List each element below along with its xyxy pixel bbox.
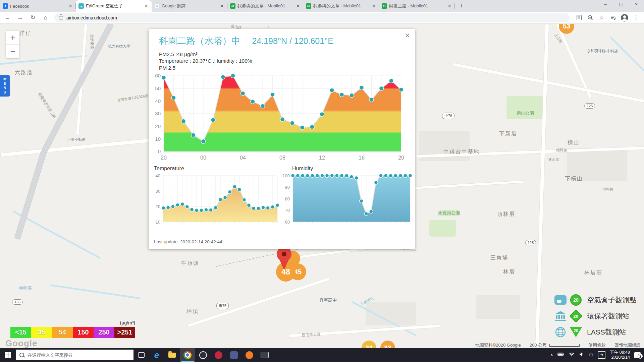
app-button-7[interactable] [226,348,241,362]
tray-date: 2020/2/14 [610,355,630,360]
app-button-8[interactable] [241,348,257,362]
chrome-icon [183,351,192,359]
stream-shape [610,37,644,71]
url-text[interactable]: airbox.edimaxcloud.com [66,15,117,20]
window-maximize-button[interactable]: ▢ [613,0,629,9]
pm-scale-box: 54 [52,327,73,338]
svg-text:100: 100 [282,173,290,178]
wifi-icon[interactable] [569,352,575,358]
app-button-9[interactable] [257,348,272,362]
svg-text:20: 20 [161,155,167,161]
taskbar-search-box[interactable] [16,350,133,360]
pm-scale-boxes: <153554150250>251 [10,327,135,338]
edge-app-button[interactable]: e [149,348,164,362]
forward-button[interactable]: → [15,13,25,22]
browser-tab-strip: f Facebook ✕ ☁ EdiGreen 空氣盒子 ✕ G Google … [0,0,644,12]
bookmark-star-icon[interactable]: ☆ [596,13,607,22]
address-bar[interactable]: airbox.edimaxcloud.com [54,13,570,22]
airbox-count-badge: 20 [568,294,584,306]
mobile01-favicon-icon: 01 [382,3,387,9]
start-button[interactable] [0,348,16,362]
tab-close-icon[interactable]: ✕ [219,3,225,9]
new-tab-button[interactable]: + [457,1,466,11]
pm-scale-box: >251 [114,327,135,338]
map-label: 橫山公園 [517,110,534,116]
svg-text:50: 50 [155,85,161,91]
report-map-error-link[interactable]: 回報地圖錯誤 [614,342,641,348]
battery-icon[interactable] [557,352,565,358]
reload-button[interactable]: ↻ [28,13,38,22]
chrome-app-button[interactable] [180,348,195,362]
svg-text:10: 10 [155,136,161,142]
tab-mobile01-2[interactable]: 01 我參與的文章 - Mobile01 ✕ [303,0,379,12]
tab-title: 我參與的文章 - Mobile01 [313,3,369,9]
selected-station-cluster[interactable]: 45 48 [267,247,317,292]
map-label: 下橫山 [565,175,583,182]
tab-mobile01-1[interactable]: 01 我參與的文章 - Mobile01 ✕ [227,0,303,12]
pm-scale-box: 35 [31,327,52,338]
home-button[interactable]: ⌂ [40,13,51,22]
road-shield: 136 [12,299,23,305]
window-close-button[interactable]: ✕ [629,0,644,9]
station-marker-33[interactable]: 33 [380,341,395,348]
window-minimize-button[interactable]: ─ [598,0,613,9]
map-label: 三角埔 [490,254,508,261]
svg-text:20: 20 [156,204,160,209]
tab-edigreen-active[interactable]: ☁ EdiGreen 空氣盒子 ✕ [76,0,152,12]
svg-text:04: 04 [240,155,246,161]
taskbar-clock[interactable]: 下午 08:48 2020/2/14 [610,350,630,360]
tab-close-icon[interactable]: ✕ [447,3,452,9]
map-zoom-control: + − [6,31,19,58]
tab-mobile01-3[interactable]: 01 回覆主題 - Mobile01 ✕ [379,0,455,12]
back-button[interactable]: ← [2,13,13,22]
road-shield: 125 [584,103,595,109]
notification-center-icon[interactable]: 2 [634,352,641,358]
pm-scale-box: <15 [10,327,31,338]
tray-expand-icon[interactable]: ∧ [550,353,553,357]
terms-link[interactable]: 使用條款 [588,342,606,348]
media-list-icon[interactable] [608,13,619,22]
station-type-legend: 20 空氣盒子觀測點 20 環保署觀測站 20 LASS觀測站 [553,292,636,340]
file-explorer-icon [168,353,176,358]
road-shield: 125 [525,240,536,245]
zoom-in-button[interactable]: + [6,31,19,45]
taskbar-search-input[interactable] [27,352,119,358]
translate-icon[interactable]: 文 [574,13,584,22]
station-marker-24[interactable]: 24 [362,341,376,348]
tab-google-translate[interactable]: G Google 翻譯 ✕ [152,0,227,12]
pm25-chart: 010203040506020000408121620 [149,72,415,164]
zoom-out-page-icon[interactable] [585,13,596,22]
ime-language-indicator[interactable]: 中 [589,352,594,358]
browser-menu-icon[interactable]: ⋮ [631,13,641,22]
zoom-out-button[interactable]: − [6,45,19,58]
tab-close-icon[interactable]: ✕ [295,3,301,9]
station-readings: PM2.5 :48 μg/m³ Temperature : 20.37°C ,H… [159,51,252,71]
task-view-button[interactable] [133,348,149,362]
profile-avatar-icon[interactable] [619,13,630,22]
ime-mode-icon[interactable]: ㄅ [598,351,605,359]
lock-icon [59,16,63,19]
epa-count-badge: 20 [568,311,584,321]
legend-row-lass: 20 LASS觀測站 [553,324,636,340]
menu-button[interactable]: MENU [0,75,10,97]
map-label: 林厝 [503,268,515,276]
map-canvas[interactable]: + − MENU 53 24 33 45 48 ✕ 科園二路（水塔）中 24.1… [0,24,644,348]
file-explorer-app-button[interactable] [164,348,180,362]
app-button-5[interactable] [195,348,211,362]
airbox-legend-label: 空氣盒子觀測點 [587,295,636,305]
tab-close-icon[interactable]: ✕ [144,3,149,9]
app-icon-9 [261,352,269,358]
windows-taskbar: e ∧ 中 ㄅ 下午 08:48 2020/2/14 2 [0,348,644,362]
tab-facebook[interactable]: f Facebook ✕ [0,0,76,12]
tab-close-icon[interactable]: ✕ [68,3,73,9]
app-button-6[interactable] [211,348,226,362]
google-translate-favicon-icon: G [154,3,160,9]
tab-title: Facebook [10,4,66,9]
map-label: 永和羽球館-中科店 [587,49,618,54]
map-label: 坪頂 [186,308,199,315]
map-label: 水堀頭公園 [438,210,460,216]
tab-close-icon[interactable]: ✕ [371,3,376,9]
windows-logo-icon [5,352,11,358]
panel-close-icon[interactable]: ✕ [405,32,410,40]
speaker-icon[interactable] [579,352,584,358]
